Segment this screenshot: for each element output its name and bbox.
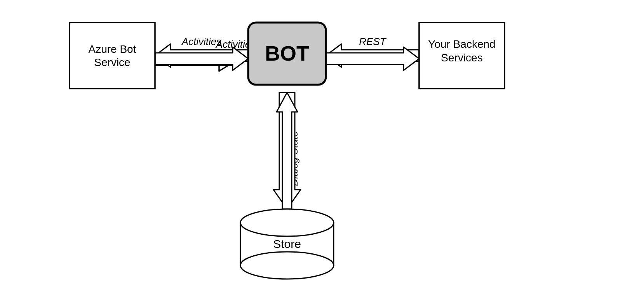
store-cylinder-top xyxy=(240,209,334,236)
activities-label-svg: Activities xyxy=(181,36,222,47)
azure-text-line2: Service xyxy=(94,56,130,68)
azure-text-line1: Azure Bot xyxy=(89,43,136,55)
backend-text-line1: Your Backend xyxy=(428,38,495,50)
diagram-svg: Activities Activities REST Dialog State xyxy=(50,11,594,275)
azure-box-rect xyxy=(70,23,155,89)
backend-text-line2: Services xyxy=(441,52,482,64)
bot-text: BOT xyxy=(265,42,309,65)
rest-label-svg: REST xyxy=(359,36,386,47)
store-text-label: Store xyxy=(273,237,301,250)
architecture-diagram: Azure Bot Service Activities BOT REST xyxy=(50,11,594,275)
store-cylinder-bottom xyxy=(240,252,334,279)
